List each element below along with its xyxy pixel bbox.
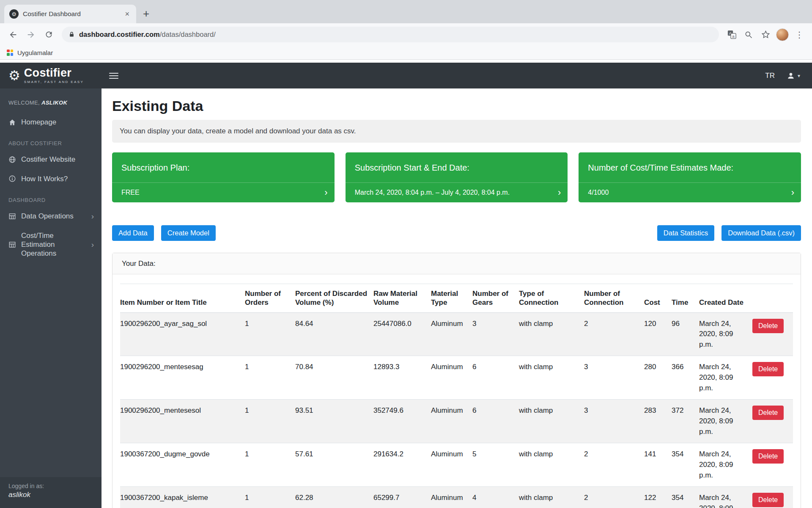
translate-icon[interactable]: A a (724, 27, 739, 42)
table-cell: with clamp (519, 356, 584, 400)
table-cell: 3 (584, 400, 644, 443)
table-cell: with clamp (519, 312, 584, 356)
tab-title: Costifier Dashboard (23, 10, 119, 18)
search-icon[interactable] (741, 27, 756, 42)
table-cell: Aluminum (431, 487, 472, 508)
navbar-right: TR ▾ (765, 72, 812, 80)
info-icon (8, 175, 16, 182)
table-cell: 1 (245, 356, 295, 400)
back-icon[interactable] (5, 27, 21, 43)
table-cell: 96 (672, 312, 699, 356)
table-cell: March 24, 2020, 8:09 p.m. (699, 443, 752, 487)
logged-in-user: aslikok (8, 491, 93, 499)
card-value: FREE (121, 189, 140, 196)
sidebar-footer: Logged in as: aslikok (0, 477, 102, 508)
table-cell: 354 (672, 443, 699, 487)
bookmark-star-icon[interactable] (758, 27, 773, 42)
caret-down-icon: ▾ (798, 73, 800, 79)
tab-strip: ⚙ Costifier Dashboard × + (0, 0, 812, 23)
card-estimates-made[interactable]: Number of Cost/Time Estimates Made: 4/10… (579, 152, 801, 202)
sidebar-item-homepage[interactable]: Homepage (0, 113, 102, 132)
tab-close-icon[interactable]: × (123, 9, 131, 19)
column-header: Type of Connection (519, 284, 584, 313)
new-tab-button[interactable]: + (143, 8, 149, 19)
sidebar-section-dashboard: DASHBOARD (0, 188, 102, 207)
gear-logo-icon: ⚙ (8, 69, 20, 82)
profile-avatar[interactable] (775, 27, 790, 42)
table-cell: with clamp (519, 400, 584, 443)
table-cell: 6 (472, 400, 519, 443)
bookmarks-bar: Uygulamalar (0, 46, 812, 60)
browser-toolbar: dashboard.costifier.com/datas/dashboard/… (0, 23, 812, 46)
card-subscription-plan[interactable]: Subscription Plan: FREE › (112, 152, 335, 202)
create-model-button[interactable]: Create Model (161, 225, 216, 241)
brand-logo[interactable]: ⚙ Costifier SMART, FAST AND EASY (0, 67, 102, 84)
card-title: Number of Cost/Time Estimates Made: (579, 152, 801, 173)
table-cell: Aluminum (431, 356, 472, 400)
browser-menu-icon[interactable]: ⋮ (792, 27, 807, 42)
delete-button[interactable]: Delete (752, 362, 784, 376)
app-window: ⚙ Costifier SMART, FAST AND EASY TR ▾ WE… (0, 63, 812, 508)
data-statistics-button[interactable]: Data Statistics (657, 225, 714, 241)
table-cell: 291634.2 (373, 443, 431, 487)
sidebar-item-website[interactable]: Costifier Website (0, 150, 102, 169)
table-icon (8, 213, 16, 220)
table-row: 1900296200_mentesesol193.51352749.6Alumi… (120, 400, 793, 443)
hamburger-menu-icon[interactable] (109, 73, 118, 79)
globe-icon (8, 156, 16, 163)
delete-button[interactable]: Delete (752, 449, 784, 464)
chevron-right-icon: › (91, 240, 94, 249)
column-header: Created Date (699, 284, 752, 313)
sidebar-item-cost-time-operations[interactable]: Cost/Time Estimation Operations › (0, 226, 102, 263)
bookmarks-label[interactable]: Uygulamalar (17, 49, 53, 56)
card-subscription-dates[interactable]: Subscription Start & End Date: March 24,… (346, 152, 568, 202)
column-header: Number of Orders (245, 284, 295, 313)
table-row: 1900296200_mentesesag170.8412893.3Alumin… (120, 356, 793, 400)
table-cell: 70.84 (295, 356, 373, 400)
forward-icon[interactable] (23, 27, 39, 43)
table-cell: Aluminum (431, 400, 472, 443)
column-header: Item Number or Item Title (120, 284, 245, 313)
table-cell: 1900296200_ayar_sag_sol (120, 312, 245, 356)
user-menu[interactable]: ▾ (787, 72, 800, 80)
column-header: Number of Connection (584, 284, 644, 313)
table-cell: 354 (672, 487, 699, 508)
delete-button[interactable]: Delete (752, 319, 784, 333)
table-cell: 62.28 (295, 487, 373, 508)
logged-in-label: Logged in as: (8, 483, 93, 489)
sidebar-item-data-operations[interactable]: Data Operations › (0, 207, 102, 226)
table-cell: with clamp (519, 487, 584, 508)
browser-tab[interactable]: ⚙ Costifier Dashboard × (4, 5, 136, 23)
browser-chrome: ⚙ Costifier Dashboard × + dashboard.cost… (0, 0, 812, 63)
address-bar[interactable]: dashboard.costifier.com/datas/dashboard/ (62, 27, 719, 42)
apps-grid-icon[interactable] (7, 50, 13, 56)
table-cell: 5 (472, 443, 519, 487)
url-path: /datas/dashboard/ (160, 30, 216, 38)
table-cell: 122 (644, 487, 672, 508)
table-cell: with clamp (519, 443, 584, 487)
sidebar-item-how-it-works[interactable]: How It Works? (0, 169, 102, 188)
table-cell: 280 (644, 356, 672, 400)
table-cell: 1 (245, 487, 295, 508)
download-csv-button[interactable]: Download Data (.csv) (721, 225, 801, 241)
url-text: dashboard.costifier.com/datas/dashboard/ (79, 30, 216, 39)
table-cell: Aluminum (431, 312, 472, 356)
table-cell: 12893.3 (373, 356, 431, 400)
delete-button[interactable]: Delete (752, 406, 784, 420)
table-cell: 1 (245, 312, 295, 356)
add-data-button[interactable]: Add Data (112, 225, 154, 241)
table-cell: 25447086.0 (373, 312, 431, 356)
table-cell: 4 (472, 487, 519, 508)
welcome-text: WELCOME, ASLIKOK (0, 88, 102, 113)
brand-name: Costifier (24, 67, 84, 79)
language-switcher[interactable]: TR (765, 72, 775, 80)
table-cell: 1900367200_kapak_isleme (120, 487, 245, 508)
chevron-right-icon: › (558, 188, 561, 197)
table-cell: 2 (584, 443, 644, 487)
table-cell: 3 (584, 356, 644, 400)
delete-button[interactable]: Delete (752, 493, 784, 507)
data-panel: Your Data: Item Number or Item TitleNumb… (112, 253, 801, 508)
table-cell: 65299.7 (373, 487, 431, 508)
table-icon (8, 241, 16, 248)
reload-icon[interactable] (41, 27, 57, 43)
